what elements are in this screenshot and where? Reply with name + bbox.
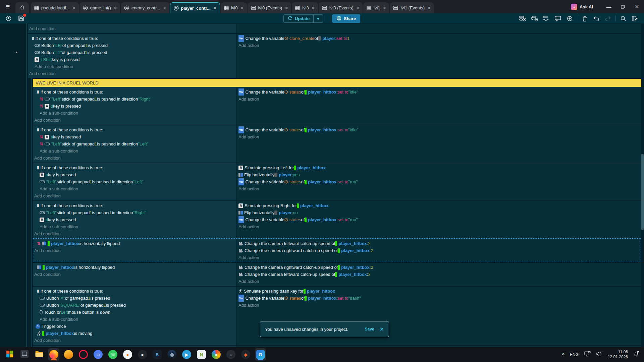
action-line[interactable]: Flip horizontally player: no: [236, 209, 641, 216]
event-row[interactable]: Add condition: [28, 23, 641, 33]
action-line[interactable]: VarChange the variable clone_create of p…: [236, 35, 641, 42]
taskbar-app-window[interactable]: [19, 348, 30, 361]
taskbar-gdevelop[interactable]: G: [255, 348, 266, 361]
edit-sheet-button[interactable]: [631, 14, 639, 22]
tab-close-icon[interactable]: ×: [285, 5, 288, 11]
condition-line[interactable]: player_hitbox is moving: [33, 330, 236, 337]
taskbar-firefox[interactable]: [48, 348, 59, 361]
action-line[interactable]: Change the camera leftward catch-up spee…: [236, 271, 641, 278]
action-line[interactable]: VarChange the variable states of player_…: [236, 216, 641, 223]
taskbar-whatsapp[interactable]: ☏: [107, 348, 118, 361]
tab-close-icon[interactable]: ×: [240, 5, 243, 11]
condition-line[interactable]: ‖If one of these conditions is true:: [33, 164, 236, 171]
add-circle-button[interactable]: [565, 14, 574, 22]
condition-line[interactable]: "Left" stick of gamepad 1 is pushed in d…: [33, 178, 236, 185]
taskbar-windows-start[interactable]: [4, 348, 15, 361]
condition-line[interactable]: ‖If one of these conditions is true:: [33, 202, 236, 209]
snackbar-close-icon[interactable]: ✕: [380, 326, 384, 333]
taskbar-skype-s[interactable]: S: [152, 348, 163, 361]
clock[interactable]: 11:06 12.01.2026: [608, 350, 628, 360]
tab-pseudo-loadi-[interactable]: pseudo loadi...×: [31, 2, 79, 13]
add-comment-button[interactable]: [553, 14, 562, 22]
taskbar-app-orange-dot[interactable]: ◆: [240, 348, 251, 361]
taskbar-discord[interactable]: ☺: [93, 348, 104, 361]
notification-bell-icon[interactable]: [633, 351, 639, 358]
add-sub-condition-link[interactable]: Add a sub-condition: [33, 316, 236, 323]
minimize-button[interactable]: —: [602, 1, 616, 12]
undo-button[interactable]: [592, 14, 601, 22]
condition-line[interactable]: Button "L1" of gamepad 1 is pressed: [28, 49, 236, 56]
condition-line[interactable]: ALShift key is pressed: [28, 56, 236, 63]
tab-close-icon[interactable]: ×: [114, 5, 117, 11]
comment-row[interactable]: //WE LIVE IN A CRUEL WORLD: [33, 78, 641, 87]
add-sub-condition-link[interactable]: Add a sub-condition: [33, 185, 236, 192]
add-sub-condition-link[interactable]: Add a sub-condition: [33, 223, 236, 230]
tab-close-icon[interactable]: ×: [357, 5, 359, 11]
close-button[interactable]: ✕: [630, 1, 644, 12]
action-line[interactable]: Flip horizontally player: yes: [236, 171, 641, 178]
add-subevent-button[interactable]: [530, 14, 539, 22]
language-indicator[interactable]: ENG: [570, 352, 579, 357]
event-row[interactable]: ‖If one of these conditions is true:Aa k…: [33, 163, 641, 200]
condition-line[interactable]: ⇅Ad key is pressed: [33, 103, 236, 110]
action-line[interactable]: Simulate pressing dash key for player_hi…: [236, 288, 641, 295]
add-action-link[interactable]: Add action: [236, 278, 641, 285]
action-line[interactable]: VarChange the variable states of player_…: [236, 295, 641, 302]
search-button[interactable]: [619, 14, 628, 22]
add-condition-link[interactable]: Add condition: [33, 337, 236, 344]
condition-line[interactable]: player_hitbox is horizontally flipped: [33, 264, 236, 271]
tab-lvl0-events-[interactable]: lvl0 (Events)×: [248, 2, 291, 13]
condition-line[interactable]: ‖If one of these conditions is true:: [33, 126, 236, 133]
add-condition-link[interactable]: Add condition: [28, 25, 236, 32]
add-sub-condition-link[interactable]: Add a sub-condition: [33, 147, 236, 155]
tab-lvl3-events-[interactable]: lvl3 (Events)×: [319, 2, 363, 13]
add-action-link[interactable]: Add action: [236, 302, 641, 309]
add-action-link[interactable]: Add action: [236, 185, 641, 192]
condition-line[interactable]: Button "X" of gamepad 1 is pressed: [33, 295, 236, 302]
add-action-link[interactable]: Add action: [236, 96, 641, 103]
condition-line[interactable]: ‖If one of these conditions is true:: [33, 288, 236, 295]
hamburger-menu-icon[interactable]: ≡: [0, 0, 15, 13]
condition-line[interactable]: ⇅"Left" stick of gamepad 1 is pushed in …: [33, 96, 236, 103]
taskbar-file-explorer[interactable]: [34, 348, 45, 361]
home-tab[interactable]: [15, 2, 29, 13]
add-condition-link[interactable]: Add condition: [33, 192, 236, 199]
update-button[interactable]: Update: [283, 14, 314, 23]
action-line[interactable]: VarChange the variable states of player_…: [236, 126, 641, 133]
snackbar-save-button[interactable]: Save: [365, 327, 374, 331]
tab-lvl1[interactable]: lvl1×: [363, 2, 389, 13]
condition-line[interactable]: Touch or Left mouse button is down: [33, 309, 236, 316]
add-action-link[interactable]: Add action: [236, 254, 641, 261]
add-condition-link[interactable]: Add condition: [33, 230, 236, 237]
condition-line[interactable]: ⇅"Left" stick of gamepad 1 is pushed in …: [33, 140, 236, 147]
condition-line[interactable]: ‖If one of these conditions is true:: [33, 88, 236, 96]
condition-line[interactable]: 1Trigger once: [33, 323, 236, 330]
volume-icon[interactable]: [596, 351, 602, 358]
action-line[interactable]: VarChange the variable states of player_…: [236, 178, 641, 185]
event-row[interactable]: ‖If one of these conditions is true:Butt…: [28, 33, 641, 78]
condition-line[interactable]: ‖If one of these conditions is true:: [28, 35, 236, 42]
taskbar-app-dark-circle[interactable]: ○: [225, 348, 236, 361]
add-condition-link[interactable]: Add condition: [33, 155, 236, 162]
add-action-link[interactable]: Add action: [236, 223, 641, 230]
event-row[interactable]: ‖If one of these conditions is true:⇅Aa …: [33, 125, 641, 163]
taskbar-opera[interactable]: [78, 348, 89, 361]
action-line[interactable]: Change the camera rightward catch-up spe…: [236, 264, 641, 271]
maximize-button[interactable]: [616, 1, 630, 12]
condition-line[interactable]: Button "SQUARE" of gamepad 1 is pressed: [33, 302, 236, 309]
event-row[interactable]: ‖If one of these conditions is true:"Lef…: [33, 200, 641, 238]
tab-close-icon[interactable]: ×: [73, 5, 75, 11]
vertical-scrollbar[interactable]: [641, 154, 644, 230]
tab-enemy-contr-[interactable]: enemy_contr...×: [121, 2, 169, 13]
add-sub-condition-link[interactable]: Add a sub-condition: [33, 110, 236, 117]
condition-line[interactable]: ⇅player_hitbox is horizontally flipped: [33, 240, 236, 247]
tray-expand-icon[interactable]: ^: [562, 352, 565, 357]
condition-line[interactable]: Aa key is pressed: [33, 171, 236, 178]
tab-close-icon[interactable]: ×: [312, 5, 315, 11]
collapse-chevron-icon[interactable]: ⌄: [15, 49, 18, 54]
event-row[interactable]: ⇅player_hitbox is horizontally flippedAd…: [33, 238, 641, 262]
tab-close-icon[interactable]: ×: [214, 5, 216, 11]
taskbar-browser-colorful[interactable]: ●: [211, 348, 222, 361]
tab-lvl0[interactable]: lvl0×: [221, 2, 247, 13]
network-icon[interactable]: [584, 351, 591, 358]
